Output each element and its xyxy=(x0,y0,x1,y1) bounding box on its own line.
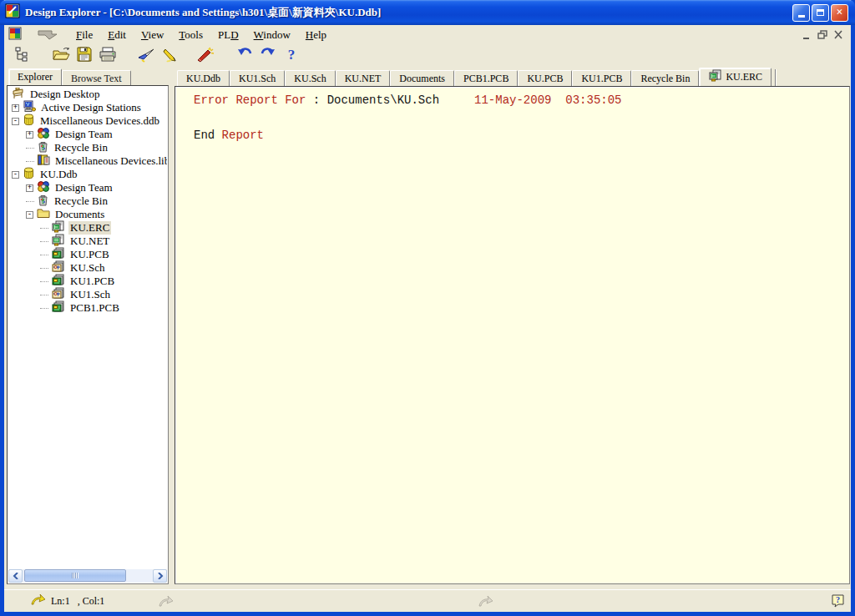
menu-item-edit[interactable]: Edit xyxy=(100,27,134,43)
panel-tab-browse-text[interactable]: Browse Text xyxy=(62,70,131,85)
collapse-minus-icon[interactable]: - xyxy=(12,171,19,179)
toolbar-group xyxy=(51,47,118,65)
document-tab-label: KU.Sch xyxy=(294,73,326,85)
tree-item-label: PCB1.PCB xyxy=(68,301,121,315)
collapse-minus-icon[interactable]: - xyxy=(12,118,19,125)
document-tab-pcb1-pcb[interactable]: PCB1.PCB xyxy=(454,70,518,86)
pencil-tool-button[interactable] xyxy=(159,47,180,65)
tree-item-ku1-pcb[interactable]: KU1.PCB xyxy=(8,275,167,288)
cursor-position: Ln:1 , Col:1 xyxy=(11,581,104,616)
explorer-tree-box: Design Desktop+Active Design Stations-Mi… xyxy=(7,85,169,584)
panel-tabs: ExplorerBrowse Text xyxy=(7,68,169,85)
tree-item-design-team[interactable]: +Design Team xyxy=(8,181,167,194)
document-tab-ku1-pcb[interactable]: KU1.PCB xyxy=(572,70,631,86)
menu-item-pld[interactable]: PLD xyxy=(210,27,246,43)
tree-item-documents[interactable]: -Documents xyxy=(8,208,167,221)
tree-item-ku-sch[interactable]: KU.Sch xyxy=(8,261,167,275)
document-tab-label: KU.Ddb xyxy=(186,73,220,85)
tree-item-miscellaneous-devices-ddb[interactable]: -Miscellaneous Devices.ddb xyxy=(8,114,167,128)
help-icon: ? xyxy=(286,47,297,65)
minimize-button[interactable] xyxy=(792,4,810,22)
toolbar-group xyxy=(136,47,180,65)
expand-plus-icon[interactable]: + xyxy=(26,131,33,139)
document-tab-label: PCB1.PCB xyxy=(463,73,508,85)
library-icon xyxy=(37,154,50,169)
tree-item-recycle-bin[interactable]: Recycle Bin xyxy=(8,141,167,154)
document-tab-ku1-sch[interactable]: KU1.Sch xyxy=(230,70,285,86)
design-manager-toggle-button[interactable] xyxy=(13,47,33,65)
undo-button[interactable] xyxy=(235,47,255,65)
tree-expander[interactable]: - xyxy=(26,211,37,219)
knife-tool-button[interactable] xyxy=(136,47,156,65)
menu-item-view[interactable]: View xyxy=(134,27,171,43)
tree-item-ku-net[interactable]: KU.NET xyxy=(8,235,167,248)
tree-item-design-team[interactable]: +Design Team xyxy=(8,128,167,141)
report-line xyxy=(194,106,849,118)
document-tab-recycle-bin[interactable]: Recycle Bin xyxy=(631,70,699,86)
print-button[interactable] xyxy=(98,47,118,65)
explorer-panel: ExplorerBrowse Text Design Desktop+Activ… xyxy=(7,68,169,586)
scroll-right-button[interactable] xyxy=(153,569,167,583)
document-tabs: KU.DdbKU1.SchKU.SchKU.NETDocumentsPCB1.P… xyxy=(174,67,851,86)
help-button[interactable]: ? xyxy=(281,47,301,65)
design-menu-arrow-button[interactable] xyxy=(33,28,62,42)
doc-pcb-icon xyxy=(51,300,65,316)
menu-item-help[interactable]: Help xyxy=(298,27,334,43)
document-tab-ku-sch[interactable]: KU.Sch xyxy=(285,70,335,86)
redo-button[interactable] xyxy=(258,47,278,65)
scrollbar-thumb[interactable] xyxy=(24,569,126,582)
collapse-minus-icon[interactable]: - xyxy=(26,211,33,219)
document-tab-label: KU.ERC xyxy=(726,71,762,83)
tree-expander[interactable]: + xyxy=(26,184,37,192)
tree-item-recycle-bin[interactable]: Recycle Bin xyxy=(8,194,167,208)
erc-report-editor[interactable]: Error Report For : Documents\KU.Sch 11-M… xyxy=(175,86,850,584)
tree-item-pcb1-pcb[interactable]: PCB1.PCB xyxy=(8,301,167,315)
close-button[interactable]: × xyxy=(831,4,848,22)
maximize-button[interactable] xyxy=(812,4,829,22)
document-tab-ku-net[interactable]: KU.NET xyxy=(336,70,391,86)
tree-expander[interactable]: + xyxy=(12,104,23,112)
tree-indent xyxy=(40,268,51,269)
menu-item-window[interactable]: Window xyxy=(246,27,298,43)
mdi-minimize-button[interactable] xyxy=(800,28,814,41)
wand-icon xyxy=(195,46,215,66)
tree-line xyxy=(26,201,34,202)
svg-text:?: ? xyxy=(836,595,840,604)
tree-expander[interactable]: - xyxy=(12,118,23,125)
tree-item-label: Design Desktop xyxy=(28,88,101,101)
document-tab-ku-ddb[interactable]: KU.Ddb xyxy=(177,70,230,86)
document-tab-documents[interactable]: Documents xyxy=(390,70,454,86)
context-help-icon[interactable]: ? xyxy=(832,594,844,608)
expand-plus-icon[interactable]: + xyxy=(26,184,33,192)
menu-item-tools[interactable]: Tools xyxy=(171,27,210,43)
title-bar[interactable]: Design Explorer - [C:\Documents and Sett… xyxy=(0,0,855,25)
document-tab-ku-erc[interactable]: KU.ERC xyxy=(699,68,772,86)
open-folder-icon xyxy=(52,46,70,66)
tree-expander[interactable]: - xyxy=(12,171,23,179)
mdi-restore-button[interactable] xyxy=(816,28,830,41)
report-text-segment: : Documents\KU.Sch xyxy=(306,93,474,107)
tree-item-ku1-sch[interactable]: KU1.Sch xyxy=(8,288,167,301)
tree-item-label: Recycle Bin xyxy=(53,141,109,154)
open-document-button[interactable] xyxy=(51,47,71,65)
tree-expander[interactable]: + xyxy=(26,131,37,139)
document-logo-icon[interactable] xyxy=(8,27,22,43)
tree-indent xyxy=(26,161,37,162)
menu-item-file[interactable]: File xyxy=(68,27,100,43)
report-text-segment: Error Report For xyxy=(194,93,306,107)
document-tab-ku-pcb[interactable]: KU.PCB xyxy=(518,70,572,86)
tree-item-ku-pcb[interactable]: KU.PCB xyxy=(8,248,167,261)
expand-plus-icon[interactable]: + xyxy=(12,104,19,112)
tree-item-ku-erc[interactable]: KU.ERC xyxy=(8,221,167,235)
document-tab-label: KU1.Sch xyxy=(239,73,276,85)
panel-tab-explorer[interactable]: Explorer xyxy=(8,68,62,85)
wand-tool-button[interactable] xyxy=(195,47,215,65)
save-button[interactable] xyxy=(74,47,94,65)
tree-panel-icon xyxy=(14,46,31,66)
tree-item-ku-ddb[interactable]: -KU.Ddb xyxy=(8,168,167,181)
report-line: End Report xyxy=(194,129,849,141)
mdi-close-button[interactable] xyxy=(832,28,846,41)
document-tab-label: Recycle Bin xyxy=(640,73,690,85)
menu-items: FileEditViewToolsPLDWindowHelp xyxy=(68,27,334,43)
redo-icon xyxy=(260,47,276,65)
